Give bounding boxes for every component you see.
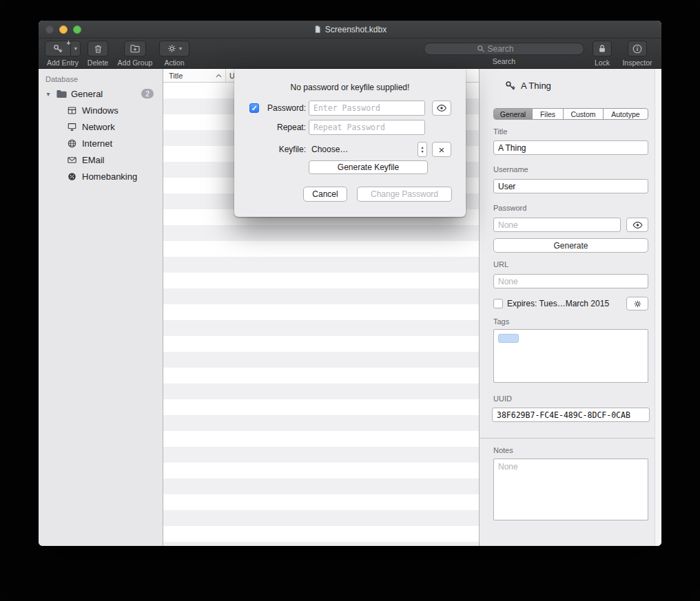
sidebar-item-internet[interactable]: Internet xyxy=(39,135,163,151)
show-password-button[interactable] xyxy=(432,101,451,116)
sidebar-item-label: Homebanking xyxy=(82,171,137,182)
action-button[interactable]: ▾ xyxy=(159,41,189,56)
stepper-down-icon: ▾ xyxy=(421,149,423,154)
add-entry-button[interactable]: + ▾ xyxy=(45,41,81,56)
keyfile-clear-button[interactable]: × xyxy=(432,142,451,157)
sidebar-group-label: General xyxy=(71,89,103,99)
tag-chip[interactable] xyxy=(498,334,519,343)
zoom-button[interactable] xyxy=(73,25,81,34)
tab-autotype[interactable]: Autotype xyxy=(604,109,648,119)
tags-label: Tags xyxy=(493,317,509,326)
change-password-sheet: No password or keyfile supplied! ✓ Passw… xyxy=(234,69,466,217)
add-group-item: Add Group xyxy=(114,41,156,67)
lock-label: Lock xyxy=(595,59,610,67)
url-field[interactable] xyxy=(493,274,648,288)
column-header-title[interactable]: Title xyxy=(163,69,225,82)
sidebar-item-homebanking[interactable]: Homebanking xyxy=(39,168,163,184)
password-label: Password xyxy=(493,204,526,212)
expires-label: Expires: Tues…March 2015 xyxy=(507,299,609,308)
entry-title: A Thing xyxy=(521,81,551,91)
gear-icon xyxy=(167,43,177,54)
tab-general[interactable]: General xyxy=(494,109,533,119)
chevron-down-icon: ▾ xyxy=(74,46,77,52)
entry-header: A Thing xyxy=(504,80,551,92)
expires-checkbox[interactable] xyxy=(493,299,503,308)
generate-password-button[interactable]: Generate xyxy=(493,238,648,253)
coin-icon xyxy=(67,171,77,182)
password-row: ✓ Password: xyxy=(234,101,466,116)
repeat-password-input[interactable] xyxy=(309,120,425,135)
inspector-button[interactable] xyxy=(628,41,647,56)
inspector-content: A Thing General Files Custom Autotype Ti… xyxy=(480,69,655,546)
eye-icon xyxy=(632,221,643,229)
cancel-button[interactable]: Cancel xyxy=(303,187,347,202)
reveal-password-button[interactable] xyxy=(626,218,648,232)
sort-ascending-icon xyxy=(216,74,222,78)
add-group-button[interactable] xyxy=(124,41,146,56)
tags-box[interactable] xyxy=(493,329,648,383)
delete-button[interactable] xyxy=(88,41,108,56)
folder-icon xyxy=(56,89,68,99)
lock-button[interactable] xyxy=(593,41,612,56)
traffic-lights xyxy=(45,25,81,34)
check-icon: ✓ xyxy=(251,104,257,113)
app-window: Screenshot.kdbx + ▾ Add Entry xyxy=(39,21,661,546)
sidebar-item-label: EMail xyxy=(82,155,105,165)
close-button[interactable] xyxy=(45,25,54,34)
url-label: URL xyxy=(493,260,508,268)
inspector-item: Inspector xyxy=(617,41,657,67)
sidebar-item-network[interactable]: Network xyxy=(39,118,163,135)
inspector-label: Inspector xyxy=(622,59,652,67)
disclosure-triangle-icon[interactable]: ▾ xyxy=(44,90,52,98)
username-label: Username xyxy=(493,165,528,173)
desktop: Screenshot.kdbx + ▾ Add Entry xyxy=(0,0,700,601)
sidebar-item-label: Internet xyxy=(82,138,112,149)
sidebar-item-windows[interactable]: Windows xyxy=(39,102,163,118)
entry-count-badge: 2 xyxy=(141,89,154,98)
notes-field[interactable] xyxy=(493,458,648,520)
tab-custom[interactable]: Custom xyxy=(564,109,604,119)
scrollbar[interactable] xyxy=(655,69,661,546)
minimize-button[interactable] xyxy=(59,25,68,34)
keyfile-row: Keyfile: Choose… ▴ ▾ × xyxy=(234,142,466,157)
add-entry-label: Add Entry xyxy=(47,59,79,67)
notes-label: Notes xyxy=(493,446,513,454)
search-field[interactable] xyxy=(424,43,584,55)
password-checkbox[interactable]: ✓ xyxy=(249,103,259,113)
search-input[interactable] xyxy=(488,44,532,54)
document-icon xyxy=(313,25,322,34)
envelope-icon xyxy=(67,155,77,165)
chevron-down-icon: ▾ xyxy=(179,46,182,52)
enter-password-input[interactable] xyxy=(309,101,425,116)
sidebar-item-label: Network xyxy=(82,122,115,132)
search-icon xyxy=(477,45,485,53)
sidebar-group-general[interactable]: ▾ General 2 xyxy=(39,85,163,102)
delete-label: Delete xyxy=(88,59,108,67)
add-entry-dropdown[interactable]: ▾ xyxy=(71,41,80,56)
globe-icon xyxy=(67,138,77,149)
titlebar[interactable]: Screenshot.kdbx xyxy=(39,21,661,39)
sidebar-item-label: Windows xyxy=(82,105,119,116)
network-icon xyxy=(67,122,77,132)
search-item: Search xyxy=(424,41,584,65)
dialog-message: No password or keyfile supplied! xyxy=(234,83,466,92)
eye-icon xyxy=(436,104,447,112)
action-item: ▾ Action xyxy=(158,41,190,67)
inspector-tabs: General Files Custom Autotype xyxy=(493,108,648,120)
windows-icon xyxy=(67,105,77,116)
column-title-label: Title xyxy=(169,72,183,80)
password-field[interactable] xyxy=(493,218,621,232)
tab-files[interactable]: Files xyxy=(533,109,564,119)
username-field[interactable] xyxy=(493,179,648,193)
uuid-field[interactable] xyxy=(492,408,650,422)
key-plus-icon xyxy=(52,43,63,54)
change-password-button[interactable]: Change Password xyxy=(357,187,452,202)
generate-keyfile-button[interactable]: Generate Keyfile xyxy=(309,160,428,174)
sidebar-item-email[interactable]: EMail xyxy=(39,151,163,168)
keyfile-stepper[interactable]: ▴ ▾ xyxy=(418,142,427,157)
keyfile-choose-popup[interactable]: Choose… xyxy=(311,145,348,154)
title-field[interactable] xyxy=(493,140,648,155)
add-entry-item: + ▾ Add Entry xyxy=(44,41,81,67)
title-label: Title xyxy=(493,127,507,136)
expires-settings-button[interactable] xyxy=(626,297,648,310)
